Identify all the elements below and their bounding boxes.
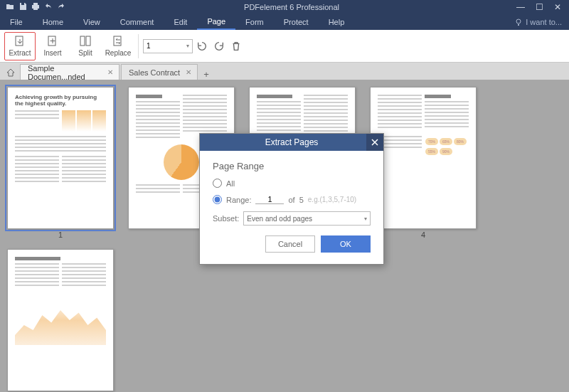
ribbon: Extract Insert Split Replace 1 [0,30,569,63]
menu-edit[interactable]: Edit [164,14,197,30]
home-tab[interactable] [3,65,18,80]
page-thumbnail-5[interactable] [7,249,114,392]
app-title: PDFelement 6 Professional [71,3,512,11]
insert-label: Insert [43,49,61,57]
menu-page[interactable]: Page [197,14,235,30]
extract-pages-dialog: Extract Pages Page Range All Range: of 5… [199,133,384,265]
tab-close-icon[interactable]: ✕ [186,68,191,76]
svg-rect-1 [16,36,23,46]
page-number-label: 4 [421,231,425,239]
subset-label: Subset: [213,214,239,223]
window-controls: — ☐ ✕ [512,2,569,12]
svg-point-0 [516,19,521,23]
menu-help[interactable]: Help [319,14,355,30]
page-number-label: 1 [58,231,63,239]
page-number-input[interactable]: 1 [143,39,193,53]
svg-rect-4 [86,36,90,46]
insert-icon [46,35,59,48]
rotate-cw-button[interactable] [211,38,227,54]
undo-icon[interactable] [44,2,53,12]
rotate-cw-icon [213,41,225,52]
tab-sales-contract[interactable]: Sales Contract ✕ [121,64,198,80]
delete-button[interactable] [228,38,244,54]
extract-label: Extract [9,49,31,57]
dialog-close-button[interactable] [366,134,383,151]
cancel-button[interactable]: Cancel [265,235,315,253]
page-thumbnails-area: Achieving growth by pursuing the highest… [0,80,569,392]
split-label: Split [78,49,92,57]
menu-bar: File Home View Comment Edit Page Form Pr… [0,14,569,30]
radio-range[interactable] [213,195,222,204]
title-bar: PDFelement 6 Professional — ☐ ✕ [0,0,569,14]
i-want-to-label: I want to... [526,18,562,26]
menu-view[interactable]: View [73,14,110,30]
home-icon [6,68,15,77]
of-label: of [288,196,294,204]
trash-icon [230,41,242,52]
folder-icon[interactable] [6,2,14,12]
tab-label: Sample Documen...nded [28,64,102,81]
redo-icon[interactable] [57,2,65,12]
close-button[interactable]: ✕ [549,2,566,12]
ok-button[interactable]: OK [321,235,371,253]
menu-form[interactable]: Form [235,14,274,30]
replace-icon [112,35,124,48]
subset-select[interactable]: Even and odd pages [243,211,371,226]
page-thumbnail-4[interactable]: 70%65%80%55%90% 4 [370,87,477,239]
svg-rect-3 [80,36,85,46]
dialog-title: Extract Pages [265,137,319,147]
tab-label: Sales Contract [129,68,180,77]
radio-range-label: Range: [226,196,251,204]
extract-button[interactable]: Extract [4,32,36,60]
split-icon [79,35,92,48]
page-thumbnail-1[interactable]: Achieving growth by pursuing the highest… [7,87,114,239]
range-hint: e.g.(1,3,5,7-10) [308,196,356,203]
quick-access-toolbar [0,2,71,12]
dialog-title-bar: Extract Pages [200,134,383,151]
lightbulb-icon [514,18,523,26]
tab-sample-document[interactable]: Sample Documen...nded ✕ [20,64,119,80]
radio-all[interactable] [213,179,222,188]
minimize-button[interactable]: — [512,2,529,12]
radio-all-label: All [226,179,235,188]
i-want-to[interactable]: I want to... [514,18,569,26]
svg-rect-5 [114,36,121,46]
dialog-heading: Page Range [213,161,371,171]
maximize-button[interactable]: ☐ [531,2,548,12]
rotate-ccw-icon [196,41,208,52]
rotate-ccw-button[interactable] [194,38,210,54]
menu-comment[interactable]: Comment [110,14,164,30]
replace-label: Replace [105,49,132,57]
document-tabs: Sample Documen...nded ✕ Sales Contract ✕… [0,63,569,80]
insert-button[interactable]: Insert [37,32,68,60]
total-pages-label: 5 [299,196,304,204]
range-input[interactable] [255,195,284,204]
close-icon [371,139,378,146]
menu-home[interactable]: Home [33,14,73,30]
print-icon[interactable] [31,2,40,12]
extract-icon [14,35,26,48]
new-tab-button[interactable]: + [199,69,213,80]
save-icon[interactable] [18,2,27,12]
tab-close-icon[interactable]: ✕ [107,68,113,76]
menu-protect[interactable]: Protect [274,14,319,30]
menu-file[interactable]: File [0,14,33,30]
split-button[interactable]: Split [70,32,101,60]
replace-button[interactable]: Replace [102,32,134,60]
